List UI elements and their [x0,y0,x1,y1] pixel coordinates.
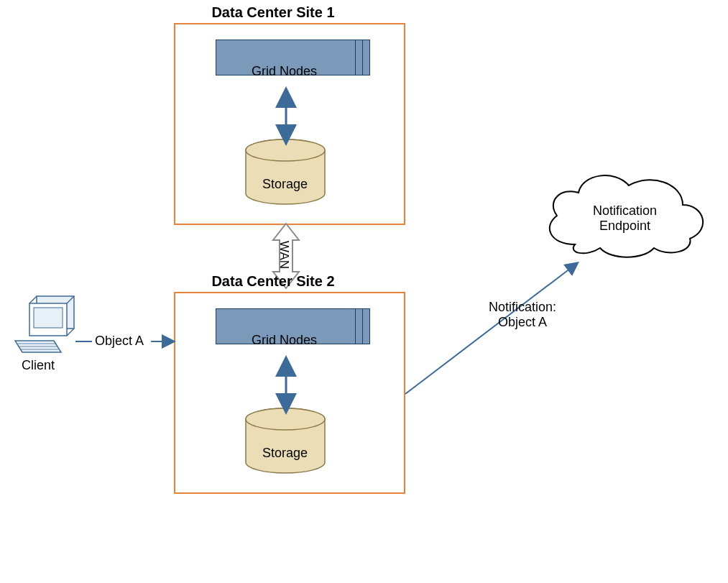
client-label: Client [22,358,55,373]
site1-storage-label: Storage [262,177,308,192]
svg-line-5 [29,296,37,303]
wan-label: WAN [277,241,291,269]
svg-rect-4 [34,308,63,328]
site2-grid-label: Grid Nodes [252,333,317,348]
site2-storage-label: Storage [262,446,308,461]
endpoint-line1: Notification [593,203,657,218]
svg-line-7 [67,329,74,336]
notification-endpoint-label: Notification Endpoint [593,203,657,234]
notification-label: Notification: Object A [489,300,556,330]
notification-line1: Notification: [489,300,556,314]
object-a-label: Object A [95,334,144,349]
svg-line-6 [67,296,74,303]
site2-title: Data Center Site 2 [201,273,345,290]
notification-line2: Object A [498,315,547,329]
svg-line-13 [405,266,573,394]
diagram-canvas: Data Center Site 1 Grid Nodes Storage [0,0,728,583]
site1-title: Data Center Site 1 [201,4,345,21]
endpoint-line2: Endpoint [599,219,650,233]
site1-grid-label: Grid Nodes [252,64,317,79]
